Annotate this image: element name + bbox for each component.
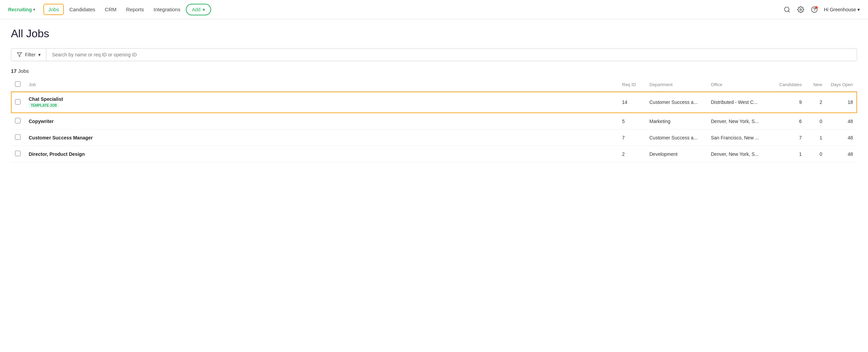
- user-greeting-text: Hi Greenhouse: [824, 7, 856, 12]
- row-candidates-cell: 9: [768, 92, 806, 113]
- job-count-number: 17: [11, 68, 17, 74]
- job-name[interactable]: Chat Specialist: [29, 96, 614, 102]
- job-name[interactable]: Customer Success Manager: [29, 135, 614, 140]
- table-row: Chat Specialist TEMPLATE JOB 14 Customer…: [11, 92, 857, 113]
- job-count-label: Jobs: [18, 68, 29, 74]
- row-daysopen-cell: 48: [826, 146, 857, 162]
- row-new-cell: 0: [806, 113, 826, 130]
- row-new-cell: 0: [806, 146, 826, 162]
- col-header-new: New: [806, 78, 826, 92]
- row-daysopen-cell: 18: [826, 92, 857, 113]
- job-name[interactable]: Director, Product Design: [29, 151, 614, 157]
- row-office-cell: San Francisco, New ...: [707, 130, 768, 146]
- filter-label: Filter: [25, 52, 36, 57]
- table-row: Director, Product Design 2 Development D…: [11, 146, 857, 162]
- row-office-cell: Denver, New York, S...: [707, 113, 768, 130]
- svg-marker-5: [17, 53, 22, 57]
- nav-links: Jobs Candidates CRM Reports Integrations…: [43, 4, 783, 15]
- user-menu[interactable]: Hi Greenhouse ▾: [824, 7, 860, 12]
- row-candidates-cell: 7: [768, 130, 806, 146]
- row-checkbox[interactable]: [15, 118, 20, 123]
- nav-item-candidates[interactable]: Candidates: [65, 4, 99, 14]
- row-department-cell: Marketing: [645, 113, 707, 130]
- select-all-checkbox[interactable]: [15, 81, 20, 87]
- row-checkbox-cell[interactable]: [11, 113, 25, 130]
- row-department-cell: Customer Success a...: [645, 92, 707, 113]
- table-header-row: Job Req ID Department Office Candidates …: [11, 78, 857, 92]
- select-all-header[interactable]: [11, 78, 25, 92]
- user-chevron-icon: ▾: [857, 7, 860, 12]
- row-candidates-cell: 6: [768, 113, 806, 130]
- row-checkbox-cell[interactable]: [11, 146, 25, 162]
- svg-point-2: [800, 9, 801, 10]
- filter-button[interactable]: Filter ▾: [11, 49, 46, 61]
- add-button[interactable]: Add ▾: [186, 4, 211, 15]
- job-badge: TEMPLATE JOB: [29, 103, 59, 108]
- nav-item-jobs[interactable]: Jobs: [43, 4, 64, 15]
- settings-icon[interactable]: [797, 5, 805, 14]
- job-count: 17 Jobs: [11, 68, 857, 74]
- row-new-cell: 2: [806, 92, 826, 113]
- nav-item-integrations[interactable]: Integrations: [150, 4, 184, 14]
- row-new-cell: 1: [806, 130, 826, 146]
- row-checkbox-cell[interactable]: [11, 130, 25, 146]
- col-header-office: Office: [707, 78, 768, 92]
- notification-dot: [815, 6, 818, 9]
- row-reqid-cell: 5: [618, 113, 645, 130]
- row-department-cell: Development: [645, 146, 707, 162]
- row-office-cell: Denver, New York, S...: [707, 146, 768, 162]
- filter-chevron-icon: ▾: [38, 52, 41, 57]
- add-button-label: Add: [192, 7, 201, 12]
- row-job-cell: Director, Product Design: [25, 146, 618, 162]
- job-name[interactable]: Copywriter: [29, 119, 614, 124]
- row-job-cell: Chat Specialist TEMPLATE JOB: [25, 92, 618, 113]
- row-reqid-cell: 7: [618, 130, 645, 146]
- row-office-cell: Distributed - West C...: [707, 92, 768, 113]
- row-checkbox[interactable]: [15, 151, 20, 156]
- help-icon[interactable]: [810, 5, 818, 14]
- page-content: All Jobs Filter ▾ 17 Jobs Job Req ID Dep…: [0, 19, 868, 171]
- row-job-cell: Copywriter: [25, 113, 618, 130]
- table-row: Customer Success Manager 7 Customer Succ…: [11, 130, 857, 146]
- col-header-reqid: Req ID: [618, 78, 645, 92]
- row-daysopen-cell: 48: [826, 113, 857, 130]
- search-input[interactable]: [46, 49, 857, 61]
- col-header-daysopen: Days Open: [826, 78, 857, 92]
- col-header-candidates: Candidates: [768, 78, 806, 92]
- row-reqid-cell: 14: [618, 92, 645, 113]
- row-candidates-cell: 1: [768, 146, 806, 162]
- search-icon[interactable]: [783, 5, 791, 14]
- add-chevron-icon: ▾: [203, 7, 205, 12]
- nav-item-crm[interactable]: CRM: [101, 4, 121, 14]
- col-header-job: Job: [25, 78, 618, 92]
- nav-item-reports[interactable]: Reports: [122, 4, 148, 14]
- table-row: Copywriter 5 Marketing Denver, New York,…: [11, 113, 857, 130]
- row-checkbox[interactable]: [15, 99, 20, 105]
- page-title: All Jobs: [11, 27, 857, 40]
- filter-icon: [17, 52, 22, 57]
- brand-text: Recruiting: [8, 7, 32, 12]
- row-reqid-cell: 2: [618, 146, 645, 162]
- row-checkbox[interactable]: [15, 134, 20, 140]
- col-header-department: Department: [645, 78, 707, 92]
- row-department-cell: Customer Success a...: [645, 130, 707, 146]
- row-checkbox-cell[interactable]: [11, 92, 25, 113]
- filter-bar: Filter ▾: [11, 48, 857, 61]
- brand-caret-icon[interactable]: ▾: [33, 7, 35, 12]
- nav-right: Hi Greenhouse ▾: [783, 5, 860, 14]
- row-daysopen-cell: 48: [826, 130, 857, 146]
- jobs-table: Job Req ID Department Office Candidates …: [11, 78, 857, 162]
- row-job-cell: Customer Success Manager: [25, 130, 618, 146]
- navbar: Recruiting ▾ Jobs Candidates CRM Reports…: [0, 0, 868, 19]
- brand-logo[interactable]: Recruiting ▾: [8, 7, 35, 12]
- svg-line-1: [788, 11, 790, 12]
